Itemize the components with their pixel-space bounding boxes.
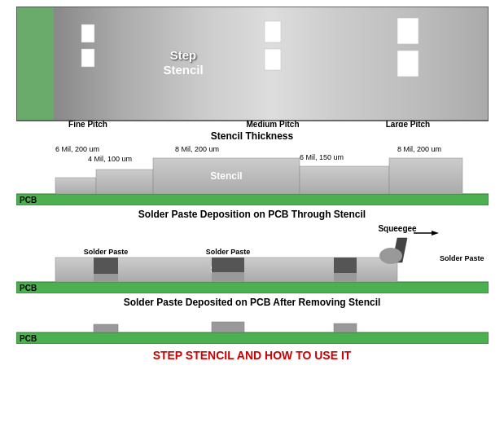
section4-after: Solder Paste Deposited on PCB After Remo… (8, 297, 496, 344)
svg-rect-52 (334, 324, 357, 332)
svg-rect-51 (212, 322, 244, 332)
svg-rect-48 (16, 332, 489, 344)
section1-step-stencil: Step Stencil Fine Pitch Component Medium… (8, 7, 496, 127)
thickness-diagram: PCB Stencil 6 Mil, 200 um 4 Mil, 100 um … (16, 143, 489, 205)
svg-rect-50 (94, 324, 118, 332)
svg-marker-42 (432, 231, 439, 236)
svg-text:Stencil: Stencil (210, 170, 242, 182)
svg-rect-37 (94, 274, 118, 282)
svg-text:Fine Pitch: Fine Pitch (68, 120, 107, 127)
svg-text:Solder Paste: Solder Paste (205, 248, 250, 256)
deposition-title: Solder Paste Deposition on PCB Through S… (138, 209, 366, 220)
svg-text:Large Pitch: Large Pitch (385, 120, 429, 127)
svg-rect-3 (81, 24, 94, 42)
svg-rect-30 (16, 282, 489, 293)
step-stencil-diagram: Step Stencil Fine Pitch Component Medium… (16, 7, 489, 127)
main-container: Step Stencil Fine Pitch Component Medium… (0, 0, 504, 427)
svg-text:Solder Paste: Solder Paste (440, 254, 484, 262)
svg-text:6 Mil, 150 um: 6 Mil, 150 um (300, 153, 344, 161)
svg-text:6 Mil, 200 um: 6 Mil, 200 um (55, 145, 99, 153)
svg-rect-4 (81, 49, 94, 67)
after-diagram: PCB (16, 310, 489, 344)
svg-rect-38 (212, 272, 244, 282)
svg-rect-20 (96, 169, 153, 194)
svg-rect-7 (397, 18, 419, 44)
section3-deposition: Solder Paste Deposition on PCB Through S… (8, 209, 496, 293)
svg-point-44 (379, 248, 402, 264)
svg-text:PCB: PCB (20, 196, 37, 205)
svg-rect-39 (334, 273, 357, 282)
after-title: Solder Paste Deposited on PCB After Remo… (124, 297, 381, 308)
svg-rect-19 (55, 178, 96, 194)
svg-text:Stencil: Stencil (163, 63, 203, 77)
svg-text:4 Mil, 100 um: 4 Mil, 100 um (88, 155, 132, 163)
svg-text:Squeegee: Squeegee (378, 224, 417, 233)
svg-text:8 Mil, 200 um: 8 Mil, 200 um (397, 145, 441, 153)
section2-thickness: Stencil Thickness PCB Stenci (8, 130, 496, 205)
svg-text:Solder Paste: Solder Paste (83, 248, 128, 256)
svg-rect-22 (300, 166, 389, 194)
svg-text:Step: Step (169, 48, 196, 62)
svg-text:8 Mil, 200 um: 8 Mil, 200 um (175, 145, 219, 153)
deposition-diagram: PCB Stencil Squeegee Solder Paste (16, 222, 489, 293)
thickness-title: Stencil Thickness (211, 130, 293, 142)
svg-rect-5 (265, 21, 281, 42)
svg-rect-17 (16, 194, 489, 205)
svg-text:PCB: PCB (20, 284, 37, 293)
svg-rect-6 (265, 49, 281, 70)
svg-text:PCB: PCB (20, 334, 37, 343)
svg-text:Medium Pitch: Medium Pitch (246, 120, 299, 127)
svg-rect-23 (389, 158, 462, 194)
bottom-title: STEP STENCIL AND HOW TO USE IT (153, 349, 352, 362)
svg-rect-8 (397, 51, 419, 77)
svg-rect-0 (16, 7, 54, 121)
